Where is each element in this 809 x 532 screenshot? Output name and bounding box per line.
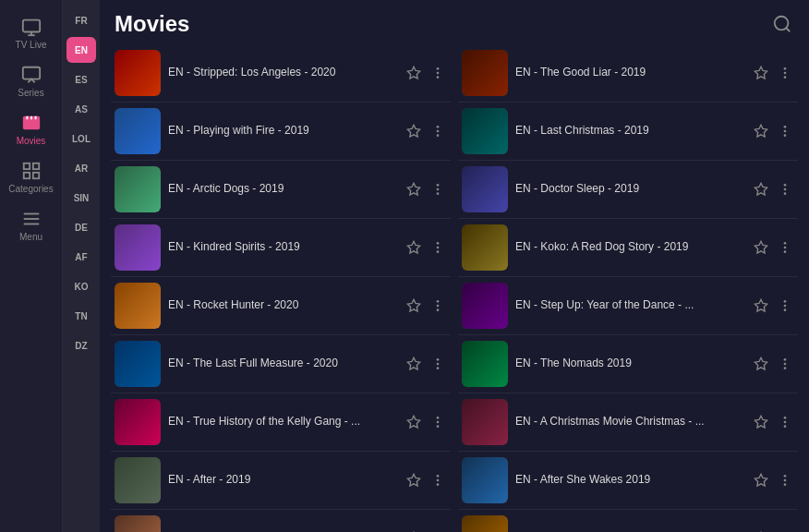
movie-item[interactable]: EN - True History of the Kelly Gang - ..… xyxy=(111,393,451,452)
nav-series[interactable]: Series xyxy=(0,57,62,105)
movie-info: EN - The Nomads 2019 xyxy=(515,357,752,371)
more-icon xyxy=(778,415,792,429)
movie-item[interactable]: EN - Arctic Dogs - 2019 xyxy=(111,161,451,219)
more-options-button[interactable] xyxy=(429,122,447,140)
favorite-button[interactable] xyxy=(404,64,423,82)
movie-thumbnail xyxy=(462,341,508,387)
movie-title: EN - A Christmas Movie Christmas - ... xyxy=(515,415,752,429)
svg-point-35 xyxy=(437,305,440,308)
movie-item[interactable]: EN - The Good Liar - 2019 xyxy=(458,44,798,103)
favorite-button[interactable] xyxy=(752,296,770,315)
lang-btn-ko[interactable]: KO xyxy=(66,273,96,299)
movie-item[interactable]: EN - After - 2019 xyxy=(111,452,451,510)
movie-item[interactable]: EN - Kindred Spirits - 2019 xyxy=(111,219,451,277)
favorite-button[interactable] xyxy=(404,296,423,315)
lang-btn-af[interactable]: AF xyxy=(66,244,96,270)
favorite-button[interactable] xyxy=(752,122,770,140)
more-options-button[interactable] xyxy=(429,180,447,199)
favorite-button[interactable] xyxy=(404,413,423,431)
more-options-button[interactable] xyxy=(429,64,447,82)
more-options-button[interactable] xyxy=(429,355,447,373)
movie-item[interactable]: EN - The Nomads 2019 xyxy=(458,335,798,393)
favorite-button[interactable] xyxy=(752,180,770,199)
more-options-button[interactable] xyxy=(776,296,794,315)
movie-thumbnail xyxy=(462,515,508,532)
star-icon xyxy=(754,182,768,197)
lang-btn-sin[interactable]: SIN xyxy=(66,185,96,211)
movie-item[interactable]: EN - Doctor Sleep - 2019 xyxy=(458,161,798,219)
lang-btn-en[interactable]: EN xyxy=(66,37,96,63)
favorite-button[interactable] xyxy=(752,355,770,373)
more-options-button[interactable] xyxy=(776,413,794,431)
more-options-button[interactable] xyxy=(776,355,794,373)
favorite-button[interactable] xyxy=(404,238,423,257)
movie-item[interactable]: EN - Step Up: Year of the Dance - ... xyxy=(458,277,798,335)
lang-btn-ar[interactable]: AR xyxy=(66,155,96,181)
movie-item[interactable]: EN - Rocket Hunter - 2020 xyxy=(111,277,451,335)
more-options-button[interactable] xyxy=(429,471,447,490)
lang-btn-tn[interactable]: TN xyxy=(66,303,96,329)
right-column: EN - The Good Liar - 2019EN - Last Chris… xyxy=(454,44,802,532)
favorite-button[interactable] xyxy=(404,122,423,140)
svg-point-42 xyxy=(437,417,440,419)
movie-actions xyxy=(404,413,447,431)
svg-marker-21 xyxy=(407,125,419,137)
more-options-button[interactable] xyxy=(776,238,794,257)
movie-thumbnail xyxy=(115,166,161,212)
more-options-button[interactable] xyxy=(776,122,794,140)
more-options-button[interactable] xyxy=(429,238,447,257)
more-options-button[interactable] xyxy=(429,413,447,431)
movie-item[interactable]: EN - The Last Full Measure - 2020 xyxy=(111,335,451,393)
movie-actions xyxy=(752,355,794,373)
svg-marker-65 xyxy=(755,183,767,195)
lang-btn-lol[interactable]: LOL xyxy=(66,126,96,151)
favorite-button[interactable] xyxy=(752,471,770,490)
svg-marker-57 xyxy=(755,66,767,79)
svg-rect-6 xyxy=(30,116,32,120)
favorite-button[interactable] xyxy=(752,64,770,82)
nav-menu-label: Menu xyxy=(19,232,42,242)
lang-btn-as[interactable]: AS xyxy=(66,96,96,122)
lang-btn-es[interactable]: ES xyxy=(66,66,96,92)
svg-point-30 xyxy=(437,242,440,245)
more-icon xyxy=(778,473,792,488)
page-title: Movies xyxy=(115,11,189,37)
movie-item[interactable]: EN - A Rainy Day in New York - 2019 xyxy=(458,510,798,532)
lang-btn-fr[interactable]: FR xyxy=(66,7,96,33)
more-options-button[interactable] xyxy=(776,180,794,199)
lang-btn-de[interactable]: DE xyxy=(66,214,96,240)
nav-series-label: Series xyxy=(18,88,43,98)
movie-title: EN - Arctic Dogs - 2019 xyxy=(168,182,404,197)
svg-marker-17 xyxy=(407,66,419,79)
movie-item[interactable]: EN - A New Christmas - 2019 xyxy=(111,510,451,532)
movie-title: EN - Stripped: Los Angeles - 2020 xyxy=(168,66,404,80)
movie-item[interactable]: EN - Stripped: Los Angeles - 2020 xyxy=(111,44,451,103)
svg-rect-7 xyxy=(34,116,36,120)
movie-actions xyxy=(404,296,447,315)
favorite-button[interactable] xyxy=(404,355,423,373)
star-icon xyxy=(754,415,768,429)
categories-icon xyxy=(21,161,42,181)
movie-item[interactable]: EN - Playing with Fire - 2019 xyxy=(111,103,451,161)
movie-item[interactable]: EN - Koko: A Red Dog Story - 2019 xyxy=(458,219,798,277)
nav-tv-live[interactable]: TV Live xyxy=(0,9,62,57)
favorite-button[interactable] xyxy=(752,238,770,257)
nav-menu[interactable]: Menu xyxy=(0,201,62,249)
svg-point-86 xyxy=(784,475,787,478)
favorite-button[interactable] xyxy=(404,471,423,490)
lang-btn-dz[interactable]: DZ xyxy=(66,332,96,358)
favorite-button[interactable] xyxy=(752,413,770,431)
search-button[interactable] xyxy=(770,12,794,36)
movie-item[interactable]: EN - A Christmas Movie Christmas - ... xyxy=(458,393,798,452)
movie-item[interactable]: EN - Last Christmas - 2019 xyxy=(458,103,798,161)
svg-rect-0 xyxy=(22,20,39,32)
nav-movies[interactable]: Movies xyxy=(0,105,62,153)
movie-item[interactable]: EN - After She Wakes 2019 xyxy=(458,452,798,510)
movie-thumbnail xyxy=(115,108,161,154)
more-options-button[interactable] xyxy=(429,296,447,315)
movie-actions xyxy=(752,413,794,431)
favorite-button[interactable] xyxy=(404,180,423,199)
nav-categories[interactable]: Categories xyxy=(0,153,62,201)
more-options-button[interactable] xyxy=(776,471,794,490)
more-options-button[interactable] xyxy=(776,64,794,82)
